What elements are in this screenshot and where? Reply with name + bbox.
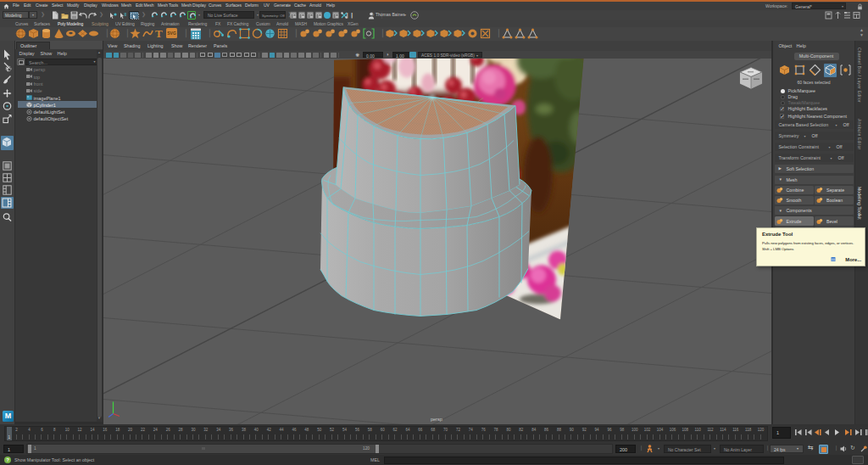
svg-text:persp: persp <box>431 416 442 421</box>
